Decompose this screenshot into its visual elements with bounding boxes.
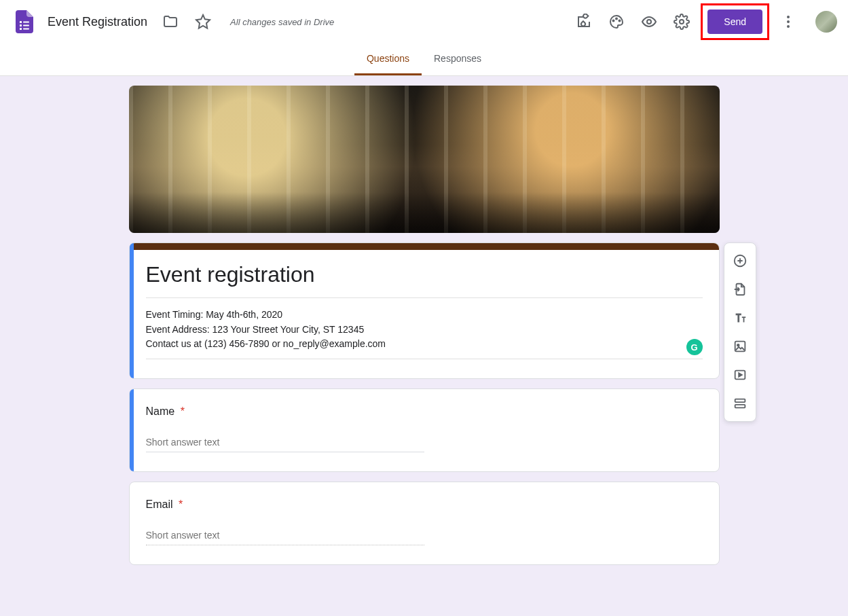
svg-rect-3 <box>23 25 29 26</box>
card-selection-indicator <box>130 243 134 378</box>
form-title-card[interactable]: Event registration Event Timing: May 4th… <box>129 242 720 379</box>
addons-icon[interactable] <box>570 8 597 35</box>
short-answer-input[interactable] <box>146 527 424 545</box>
question-label[interactable]: Email <box>146 499 173 510</box>
form-tabs: Questions Responses <box>0 43 848 76</box>
divider <box>146 359 703 359</box>
add-title-icon[interactable] <box>726 304 754 331</box>
title-card-accent <box>130 243 719 250</box>
card-selection-indicator <box>130 389 134 471</box>
app-header: Event Registration All changes saved in … <box>0 0 848 43</box>
svg-point-9 <box>647 20 651 24</box>
question-card[interactable]: Email * <box>129 482 720 565</box>
add-video-icon[interactable] <box>726 361 754 388</box>
svg-rect-4 <box>20 28 22 30</box>
svg-point-6 <box>613 20 614 22</box>
svg-rect-1 <box>23 22 29 23</box>
grammarly-icon[interactable]: G <box>686 339 703 355</box>
add-image-icon[interactable] <box>726 333 754 360</box>
google-forms-logo-icon[interactable] <box>11 8 38 35</box>
customize-theme-icon[interactable] <box>603 8 630 35</box>
question-toolbar <box>724 242 756 422</box>
tab-questions[interactable]: Questions <box>354 43 422 75</box>
add-section-icon[interactable] <box>726 390 754 417</box>
more-menu-icon[interactable] <box>775 8 802 35</box>
svg-point-11 <box>787 16 790 18</box>
import-questions-icon[interactable] <box>726 276 754 303</box>
svg-point-16 <box>737 344 739 346</box>
account-avatar[interactable] <box>815 11 837 33</box>
svg-point-12 <box>787 20 790 23</box>
short-answer-input[interactable] <box>146 434 424 452</box>
move-to-folder-icon[interactable] <box>157 8 184 35</box>
preview-icon[interactable] <box>635 8 663 35</box>
divider <box>146 297 703 298</box>
svg-point-8 <box>619 20 621 22</box>
svg-rect-18 <box>735 399 745 403</box>
svg-rect-19 <box>735 405 745 408</box>
svg-rect-2 <box>20 24 22 26</box>
form-column: Event registration Event Timing: May 4th… <box>129 86 720 565</box>
save-status: All changes saved in Drive <box>230 17 334 27</box>
settings-icon[interactable] <box>668 8 695 35</box>
star-icon[interactable] <box>189 8 217 35</box>
form-header-image[interactable] <box>129 86 720 233</box>
svg-point-7 <box>616 18 617 20</box>
required-indicator: * <box>181 405 185 417</box>
question-label[interactable]: Name <box>146 405 175 417</box>
question-card[interactable]: Name * <box>129 388 720 472</box>
form-canvas: Event registration Event Timing: May 4th… <box>0 76 848 592</box>
desc-line: Event Timing: May 4th-6th, 2020 <box>146 308 703 323</box>
required-indicator: * <box>179 499 183 510</box>
document-title[interactable]: Event Registration <box>43 12 151 32</box>
form-description[interactable]: Event Timing: May 4th-6th, 2020 Event Ad… <box>146 308 703 359</box>
svg-point-13 <box>787 25 790 28</box>
tab-responses[interactable]: Responses <box>422 43 494 75</box>
desc-line: Event Address: 123 Your Street Your City… <box>146 323 703 338</box>
form-title[interactable]: Event registration <box>146 258 703 293</box>
svg-rect-5 <box>23 29 29 30</box>
svg-rect-0 <box>20 21 22 23</box>
svg-point-10 <box>680 20 684 24</box>
desc-line: Contact us at (123) 456-7890 or no_reply… <box>146 337 703 352</box>
add-question-icon[interactable] <box>726 247 754 274</box>
send-button-highlight: Send <box>701 3 769 40</box>
send-button[interactable]: Send <box>707 10 762 34</box>
